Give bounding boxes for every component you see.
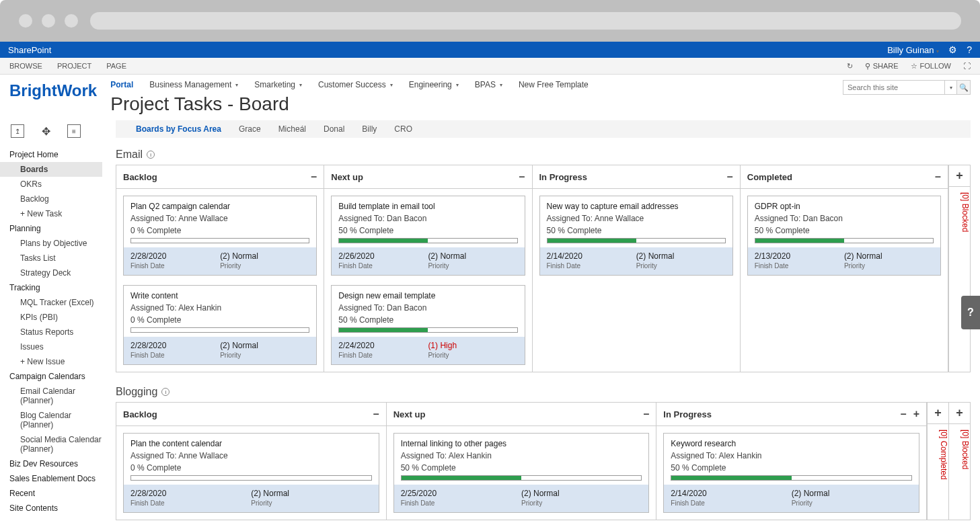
search-button[interactable]: 🔍 [956, 81, 970, 94]
gear-icon[interactable]: ⚙ [948, 44, 957, 55]
sidebar-item[interactable]: Plans by Objective [9, 236, 102, 251]
collapsed-column-label[interactable]: [0] Blocked [949, 424, 970, 520]
collapse-icon[interactable]: – [901, 408, 907, 420]
task-card[interactable]: Write contentAssigned To: Alex Hankin0 %… [123, 285, 317, 365]
sidebar-item[interactable]: Email Calendar (Planner) [9, 384, 102, 408]
sidebar-item[interactable]: Blog Calendar (Planner) [9, 408, 102, 432]
help-side-tab[interactable]: ? [961, 296, 980, 329]
task-card[interactable]: Plan the content calendarAssigned To: An… [123, 433, 379, 513]
info-icon[interactable]: i [147, 151, 155, 159]
search-input[interactable] [843, 81, 944, 94]
window-dot[interactable] [42, 14, 55, 28]
upload-icon[interactable]: ↥ [11, 124, 24, 138]
collapsed-column-label[interactable]: [0] Blocked [949, 187, 970, 372]
ribbon-tab-page[interactable]: PAGE [106, 58, 126, 74]
column-title: Next up [331, 172, 363, 182]
sidebar-item[interactable]: Strategy Deck [9, 266, 102, 280]
sidebar-item[interactable]: + New Task [9, 206, 102, 221]
sidebar-item[interactable]: + New Issue [9, 354, 102, 369]
card-priority-label: Priority [220, 262, 309, 270]
sidebar-item[interactable]: Issues [9, 339, 102, 354]
card-priority-label: Priority [792, 499, 912, 507]
column-body: Plan the content calendarAssigned To: An… [116, 426, 386, 520]
sidebar-group[interactable]: Biz Dev Resources [9, 456, 102, 471]
board-column: Completed–GDPR opt-inAssigned To: Dan Ba… [741, 165, 948, 372]
task-card[interactable]: Internal linking to other pagesAssigned … [393, 433, 650, 513]
board-tab[interactable]: Donal [324, 124, 344, 134]
card-date: 2/25/2020 [401, 489, 521, 498]
add-icon[interactable]: + [949, 403, 970, 424]
sidebar-item[interactable]: Backlog [9, 192, 102, 206]
board-tab[interactable]: Boards by Focus Area [136, 124, 221, 134]
sidebar-group[interactable]: Tracking [9, 280, 102, 295]
ribbon-tab-browse[interactable]: BROWSE [9, 58, 42, 74]
board-tab[interactable]: Grace [239, 124, 261, 134]
collapse-icon[interactable]: – [643, 408, 649, 420]
task-card[interactable]: Design new email templateAssigned To: Da… [331, 285, 525, 365]
collapsed-column-label[interactable]: [0] Completed [928, 424, 948, 520]
sidebar-group[interactable]: Recent [9, 486, 102, 501]
ribbon-tab-project[interactable]: PROJECT [57, 58, 91, 74]
nav-item[interactable]: Customer Success▾ [318, 80, 393, 89]
sidebar-item[interactable]: Tasks List [9, 251, 102, 266]
doc-icon[interactable]: ≡ [67, 124, 81, 138]
collapsed-column[interactable]: +[0] Completed [927, 403, 948, 520]
sidebar-group[interactable]: Planning [9, 221, 102, 236]
task-card[interactable]: Keyword researchAssigned To: Alex Hankin… [663, 433, 919, 513]
search-scope-dropdown[interactable]: ▾ [944, 81, 956, 94]
task-card[interactable]: New way to capture email addressesAssign… [539, 196, 733, 276]
card-priority-label: Priority [428, 352, 517, 359]
sidebar-item[interactable]: MQL Tracker (Excel) [9, 295, 102, 310]
nav-item[interactable]: Portal [110, 80, 133, 89]
column-header: Completed– [741, 165, 948, 189]
column-body: New way to capture email addressesAssign… [533, 189, 740, 282]
task-card[interactable]: Build template in email toolAssigned To:… [331, 196, 525, 276]
window-dot[interactable] [65, 14, 78, 28]
collapse-icon[interactable]: – [519, 171, 525, 183]
user-menu[interactable]: Billy Guinan ▾ [887, 45, 939, 55]
sidebar-item[interactable]: Boards [0, 162, 102, 177]
board-tab[interactable]: Micheál [278, 124, 306, 134]
follow-button[interactable]: ☆ FOLLOW [911, 62, 951, 71]
info-icon[interactable]: i [161, 388, 169, 396]
card-date-label: Finish Date [130, 499, 251, 507]
sidebar-group[interactable]: Project Home [9, 147, 102, 162]
collapsed-column[interactable]: +[0] Blocked [948, 403, 970, 520]
task-card[interactable]: GDPR opt-inAssigned To: Dan Bacon50 % Co… [747, 196, 941, 276]
nav-item[interactable]: Business Management▾ [149, 80, 238, 89]
collapse-icon[interactable]: – [311, 171, 317, 183]
sidebar-item[interactable]: Social Media Calendar (Planner) [9, 432, 102, 456]
window-dot[interactable] [19, 14, 32, 28]
add-icon[interactable]: + [928, 403, 948, 424]
fullscreen-icon[interactable]: ⛶ [963, 62, 971, 70]
nav-item[interactable]: BPAS▾ [475, 80, 502, 89]
help-icon[interactable]: ? [967, 44, 972, 55]
sidebar-item[interactable]: KPIs (PBI) [9, 310, 102, 325]
nav-item[interactable]: New Free Template [519, 80, 589, 89]
nav-item[interactable]: Engineering▾ [409, 80, 459, 89]
sidebar-group[interactable]: Campaign Calendars [9, 369, 102, 384]
share-button[interactable]: ⚲ SHARE [865, 62, 899, 71]
add-icon[interactable]: + [913, 408, 919, 420]
add-icon[interactable]: + [949, 165, 970, 187]
sidebar-group[interactable]: Site Contents [9, 501, 102, 516]
sidebar-group[interactable]: Sales Enablement Docs [9, 471, 102, 486]
collapse-icon[interactable]: – [935, 171, 941, 183]
brightwork-logo[interactable]: BrightWork [9, 80, 97, 100]
url-bar[interactable] [90, 12, 961, 30]
card-title: Design new email template [338, 291, 517, 300]
collapsed-column[interactable]: +[0] Blocked [948, 165, 970, 372]
sidebar-item[interactable]: Status Reports [9, 325, 102, 339]
card-assignee: Assigned To: Anne Wallace [547, 214, 726, 223]
board-tab[interactable]: CRO [394, 124, 412, 134]
sync-icon[interactable]: ↻ [847, 62, 853, 71]
collapse-icon[interactable]: – [373, 408, 379, 420]
sharepoint-brand[interactable]: SharePoint [8, 45, 51, 55]
move-icon[interactable]: ✥ [39, 124, 52, 138]
board-tab[interactable]: Billy [362, 124, 377, 134]
nav-item[interactable]: Smarketing▾ [254, 80, 302, 89]
collapse-icon[interactable]: – [727, 171, 733, 183]
card-priority-label: Priority [428, 262, 517, 270]
task-card[interactable]: Plan Q2 campaign calendarAssigned To: An… [123, 196, 317, 276]
sidebar-item[interactable]: OKRs [9, 177, 102, 192]
